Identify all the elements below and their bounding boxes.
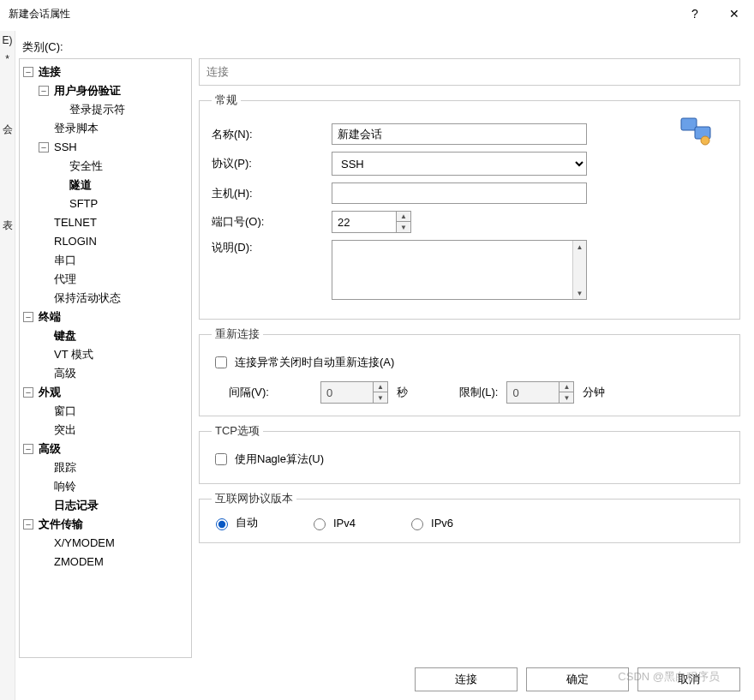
- collapse-icon[interactable]: −: [23, 312, 33, 322]
- tree-proxy[interactable]: 代理: [39, 270, 191, 289]
- name-input[interactable]: [332, 123, 587, 145]
- limit-input: [507, 382, 559, 403]
- port-input[interactable]: [332, 212, 396, 232]
- tree-keyboard[interactable]: 键盘: [39, 326, 191, 345]
- left-edge-fragments: E) * 会 表: [0, 31, 15, 700]
- tree-appearance[interactable]: −外观: [23, 383, 191, 402]
- host-input[interactable]: [332, 182, 587, 204]
- interval-label: 间隔(V):: [229, 385, 269, 400]
- window-title: 新建会话属性: [9, 7, 675, 21]
- port-spinner[interactable]: ▲▼: [332, 211, 411, 233]
- tree-security[interactable]: 安全性: [54, 157, 191, 176]
- auto-reconnect-checkbox[interactable]: [215, 356, 227, 368]
- spin-up-icon[interactable]: ▲: [397, 212, 410, 222]
- tcp-group: TCP选项 使用Nagle算法(U): [199, 423, 740, 484]
- tree-file-transfer[interactable]: −文件传输: [23, 515, 191, 534]
- tree-window[interactable]: 窗口: [39, 402, 191, 421]
- general-group: 常规 名称(N): 协议(P): SSH 主机(H): 端口号(O):: [199, 93, 740, 320]
- tcp-legend: TCP选项: [212, 423, 263, 439]
- cancel-button[interactable]: 取消: [637, 667, 740, 691]
- sec-label: 秒: [397, 385, 408, 400]
- collapse-icon[interactable]: −: [39, 142, 49, 153]
- scroll-up-icon[interactable]: ▲: [573, 241, 586, 253]
- connection-icon: [679, 115, 714, 148]
- tree-xymodem[interactable]: X/YMODEM: [39, 534, 191, 553]
- limit-label: 限制(L):: [459, 385, 499, 400]
- ip-v4-radio[interactable]: IPv4: [309, 516, 356, 530]
- tree-telnet[interactable]: TELNET: [39, 213, 191, 232]
- interval-input: [321, 382, 373, 403]
- tree-sftp[interactable]: SFTP: [54, 194, 191, 213]
- tree-bell[interactable]: 响铃: [39, 477, 191, 496]
- general-legend: 常规: [212, 93, 241, 108]
- protocol-select[interactable]: SSH: [332, 152, 587, 176]
- scroll-down-icon[interactable]: ▼: [573, 287, 586, 299]
- tree-auth[interactable]: −用户身份验证: [39, 81, 191, 100]
- category-tree[interactable]: −连接 −用户身份验证 登录提示符 登录脚本 −SSH 安全性 隧道: [19, 58, 192, 658]
- collapse-icon[interactable]: −: [23, 444, 33, 454]
- collapse-icon[interactable]: −: [23, 387, 33, 398]
- ok-button[interactable]: 确定: [526, 667, 629, 691]
- tree-rlogin[interactable]: RLOGIN: [39, 232, 191, 251]
- spin-up-icon[interactable]: ▲: [374, 382, 387, 392]
- min-label: 分钟: [583, 385, 605, 400]
- tree-login-script[interactable]: 登录脚本: [39, 119, 191, 138]
- tree-terminal[interactable]: −终端: [23, 308, 191, 326]
- tree-highlight[interactable]: 突出: [39, 421, 191, 440]
- spin-down-icon[interactable]: ▼: [397, 222, 410, 232]
- tree-zmodem[interactable]: ZMODEM: [39, 553, 191, 571]
- tree-serial[interactable]: 串口: [39, 251, 191, 270]
- interval-spinner[interactable]: ▲▼: [320, 381, 388, 404]
- spin-down-icon[interactable]: ▼: [560, 392, 573, 403]
- port-label: 端口号(O):: [212, 214, 332, 230]
- tree-connection[interactable]: −连接: [23, 63, 191, 81]
- desc-textarea[interactable]: [332, 241, 572, 299]
- nagle-checkbox[interactable]: [215, 453, 227, 465]
- tree-keepalive[interactable]: 保持活动状态: [39, 289, 191, 308]
- desc-label: 说明(D):: [212, 240, 332, 255]
- tree-login-prompt[interactable]: 登录提示符: [54, 100, 191, 119]
- reconnect-legend: 重新连接: [212, 326, 263, 342]
- limit-spinner[interactable]: ▲▼: [506, 381, 574, 404]
- protocol-label: 协议(P):: [212, 156, 332, 171]
- name-label: 名称(N):: [212, 127, 332, 142]
- close-button[interactable]: ✕: [715, 0, 754, 27]
- tree-adv-t[interactable]: 高级: [39, 364, 191, 383]
- collapse-icon[interactable]: −: [39, 86, 49, 96]
- help-button[interactable]: ?: [675, 0, 715, 27]
- tree-ssh[interactable]: −SSH: [39, 138, 191, 157]
- svg-rect-0: [681, 118, 697, 130]
- category-label: 类别(C):: [22, 39, 740, 55]
- tree-vt[interactable]: VT 模式: [39, 345, 191, 364]
- ip-group: 互联网协议版本 自动 IPv4 IPv6: [199, 491, 740, 543]
- collapse-icon[interactable]: −: [23, 519, 33, 529]
- ip-legend: 互联网协议版本: [212, 491, 296, 506]
- tree-logging[interactable]: 日志记录: [39, 496, 191, 515]
- tree-trace[interactable]: 跟踪: [39, 458, 191, 477]
- reconnect-group: 重新连接 连接异常关闭时自动重新连接(A) 间隔(V): ▲▼ 秒 限制(L):: [199, 326, 740, 416]
- collapse-icon[interactable]: −: [23, 67, 33, 77]
- auto-reconnect-label: 连接异常关闭时自动重新连接(A): [235, 355, 394, 370]
- ip-auto-radio[interactable]: 自动: [212, 515, 258, 530]
- tree-tunnel[interactable]: 隧道: [54, 176, 191, 194]
- section-header: 连接: [199, 58, 740, 86]
- host-label: 主机(H):: [212, 186, 332, 201]
- svg-point-2: [701, 136, 709, 145]
- spin-up-icon[interactable]: ▲: [560, 382, 573, 392]
- spin-down-icon[interactable]: ▼: [374, 392, 387, 403]
- ip-v6-radio[interactable]: IPv6: [407, 516, 453, 530]
- tree-advanced[interactable]: −高级: [23, 440, 191, 458]
- nagle-label: 使用Nagle算法(U): [235, 452, 324, 467]
- connect-button[interactable]: 连接: [415, 667, 518, 691]
